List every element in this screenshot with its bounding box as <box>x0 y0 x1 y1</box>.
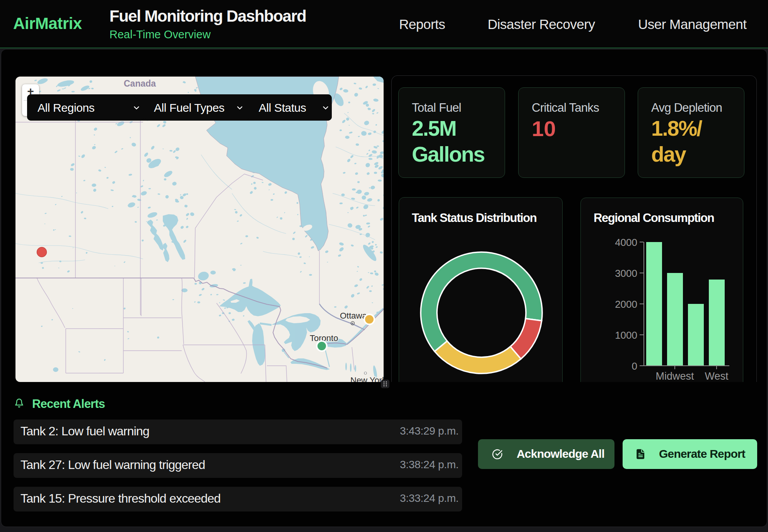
svg-text:Canada: Canada <box>124 78 156 89</box>
svg-text:New York: New York <box>350 375 384 382</box>
svg-text:Ottawa: Ottawa <box>340 311 367 321</box>
